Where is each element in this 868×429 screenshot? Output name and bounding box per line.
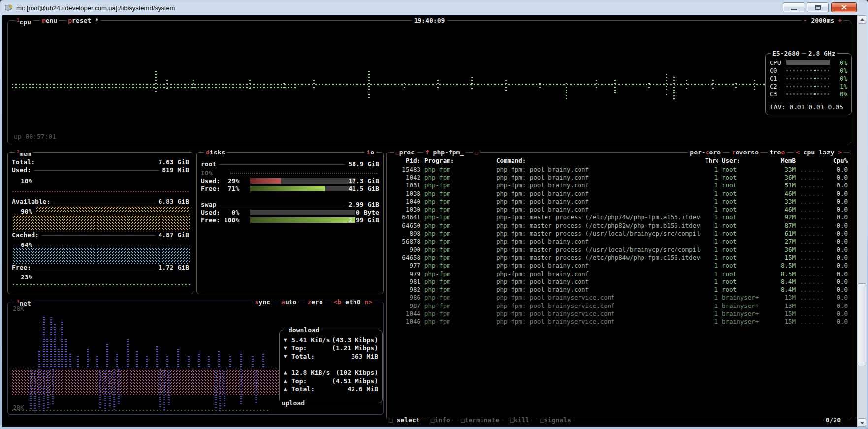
download-column bbox=[240, 352, 242, 367]
column-header[interactable]: Program: bbox=[424, 157, 492, 164]
menu-button[interactable]: menu bbox=[40, 16, 59, 25]
process-row[interactable]: 898php-fpmphp-fpm: master process (/usr/… bbox=[390, 229, 848, 237]
cpu-meter bbox=[786, 78, 830, 79]
mem-box-title[interactable]: 2mem bbox=[15, 148, 33, 158]
column-header[interactable]: Threads: bbox=[705, 157, 718, 164]
upload-column bbox=[47, 369, 49, 408]
clock: 19:40:09 bbox=[412, 16, 447, 25]
window-titlebar[interactable]: mc [root@ub24.itdeveloper.com.ua]:/lib/s… bbox=[0, 0, 868, 15]
column-header[interactable]: MemB bbox=[773, 157, 796, 164]
disk-usage-bar-row: Used: 29%17.3 GiB bbox=[201, 177, 379, 185]
upload-column bbox=[240, 369, 242, 404]
process-row[interactable]: 1046php-fpmphp-fpm: pool brainyservice.c… bbox=[390, 318, 848, 326]
net-stat-row: ▼Top:(1.21 Mibps) bbox=[284, 344, 378, 353]
minimize-icon bbox=[791, 9, 797, 10]
download-column bbox=[43, 315, 45, 367]
kill-action[interactable]: □kill bbox=[508, 416, 531, 424]
disk-name-line: swap2.99 GiB bbox=[201, 201, 379, 209]
mem-percent: 10% bbox=[21, 177, 32, 184]
upload-column bbox=[113, 369, 115, 410]
signals-action[interactable]: □signals bbox=[538, 416, 573, 424]
mem-stat-line: Cached:4.87 GiB bbox=[12, 231, 189, 239]
info-action[interactable]: □info bbox=[429, 416, 452, 424]
process-table-header: Pid:Program:Command:Threads:User:MemBCpu… bbox=[390, 156, 848, 164]
sync-toggle[interactable]: sync bbox=[253, 298, 272, 306]
process-row[interactable]: 979php-fpmphp-fpm: pool brainy.conf1root… bbox=[390, 270, 848, 277]
mem-graph bbox=[12, 247, 190, 264]
io-toggle[interactable]: io bbox=[364, 148, 376, 156]
proc-filter-clear[interactable]: □ bbox=[473, 148, 480, 157]
process-row[interactable]: 900php-fpmphp-fpm: master process (/usr/… bbox=[390, 245, 848, 253]
preset-button[interactable]: preset * bbox=[66, 16, 101, 25]
process-row[interactable]: 1038php-fpmphp-fpm: pool brainy.conf1roo… bbox=[390, 189, 848, 197]
column-header[interactable]: User: bbox=[722, 157, 769, 164]
per-core-toggle[interactable]: per-core bbox=[688, 148, 723, 156]
zero-toggle[interactable]: zero bbox=[305, 298, 324, 306]
upload-column bbox=[168, 369, 170, 405]
column-header[interactable]: Cpu% bbox=[828, 157, 848, 164]
process-row[interactable]: 64658php-fpmphp-fpm: master process (/et… bbox=[390, 253, 848, 261]
upload-column bbox=[215, 369, 217, 408]
maximize-button[interactable] bbox=[807, 2, 829, 12]
download-column bbox=[127, 339, 129, 367]
proc-filter-input[interactable]: f php-fpm_ bbox=[423, 148, 466, 156]
process-row[interactable]: 1040php-fpmphp-fpm: pool brainy.conf1roo… bbox=[390, 197, 848, 205]
download-column bbox=[218, 350, 220, 367]
cpu-box-title[interactable]: 1cpu bbox=[15, 16, 33, 26]
process-row[interactable]: 982php-fpmphp-fpm: pool brainy.conf1root… bbox=[390, 285, 848, 293]
scrollbar-down-button[interactable] bbox=[858, 418, 866, 427]
process-row[interactable]: 986php-fpmphp-fpm: pool brainyservice.co… bbox=[390, 294, 848, 302]
disks-box-title[interactable]: disks bbox=[204, 148, 227, 156]
column-header[interactable]: Command: bbox=[496, 157, 701, 164]
process-row[interactable]: 64650php-fpmphp-fpm: master process (/et… bbox=[390, 221, 848, 229]
disk-usage-bar-row: Free: 71%41.5 GiB bbox=[201, 185, 379, 193]
disk-meter bbox=[250, 217, 355, 223]
download-column bbox=[50, 317, 52, 367]
scrollbar-thumb[interactable] bbox=[858, 283, 866, 366]
interface-selector[interactable]: <b eth0 n> bbox=[332, 298, 374, 306]
terminal-screen: 1cpumenupreset * 19:40:09 - 2000ms + up … bbox=[2, 15, 857, 427]
minimize-button[interactable] bbox=[783, 2, 804, 12]
sort-selector[interactable]: < cpu lazy > bbox=[794, 148, 844, 156]
cpu-info-box: E5-26802.8 GHz CPU0%C00%C10%C21%C30% LAV… bbox=[765, 53, 852, 115]
process-row[interactable]: 64641php-fpmphp-fpm: master process (/et… bbox=[390, 214, 848, 221]
reverse-toggle[interactable]: reverse bbox=[730, 148, 761, 156]
process-row[interactable]: 56878php-fpmphp-fpm: pool brainy.conf1ro… bbox=[390, 238, 848, 245]
column-header[interactable]: Pid: bbox=[390, 157, 420, 164]
process-row[interactable]: 981php-fpmphp-fpm: pool brainy.conf1root… bbox=[390, 277, 848, 285]
net-stat-row: ▼Total:363 MiB bbox=[284, 352, 378, 361]
process-row[interactable]: 987php-fpmphp-fpm: pool brainyservice.co… bbox=[390, 302, 848, 309]
close-button[interactable] bbox=[831, 2, 857, 12]
cpu-meter bbox=[786, 70, 830, 71]
download-column bbox=[96, 356, 98, 367]
process-row[interactable]: 15483php-fpmphp-fpm: pool brainy.conf1ro… bbox=[390, 165, 848, 173]
close-icon bbox=[841, 5, 847, 10]
download-column bbox=[38, 350, 40, 367]
net-stat-row bbox=[284, 361, 378, 369]
download-column bbox=[146, 355, 148, 367]
mem-graph bbox=[12, 191, 189, 193]
terminate-action[interactable]: □terminate bbox=[459, 416, 501, 424]
disk-usage-bar-row: Used: 0%0 Byte bbox=[201, 209, 379, 216]
scrollbar-track[interactable] bbox=[857, 15, 867, 427]
cpu-meter bbox=[786, 60, 830, 65]
process-row[interactable]: 1031php-fpmphp-fpm: pool brainy.conf1roo… bbox=[390, 182, 848, 189]
auto-toggle[interactable]: auto bbox=[279, 298, 298, 306]
cpu-box: 1cpumenupreset * 19:40:09 - 2000ms + up … bbox=[7, 20, 851, 144]
process-row[interactable]: 1044php-fpmphp-fpm: pool brainyservice.c… bbox=[390, 309, 848, 317]
process-row[interactable]: 977php-fpmphp-fpm: pool brainy.conf1root… bbox=[390, 262, 848, 270]
select-action[interactable]: □ select bbox=[387, 416, 422, 424]
scrollbar-up-button[interactable] bbox=[858, 15, 866, 24]
proc-box-title[interactable]: □proc bbox=[394, 148, 417, 157]
interval-stepper[interactable]: - 2000ms + bbox=[802, 16, 844, 25]
process-row[interactable]: 1042php-fpmphp-fpm: pool brainy.conf1roo… bbox=[390, 173, 848, 181]
net-baseline-dots bbox=[11, 409, 270, 412]
mem-stat-line: Available:6.83 GiB bbox=[12, 198, 189, 206]
process-row[interactable]: 1030php-fpmphp-fpm: pool brainy.conf1roo… bbox=[390, 205, 848, 213]
tree-toggle[interactable]: tree bbox=[768, 148, 787, 156]
download-column bbox=[61, 320, 63, 367]
disks-box: disks io root58.9 GiBIO%Used: 29%17.3 Gi… bbox=[196, 152, 384, 294]
download-column bbox=[54, 323, 56, 367]
page-indicator: 0/20 bbox=[824, 416, 843, 424]
download-column bbox=[58, 348, 60, 367]
